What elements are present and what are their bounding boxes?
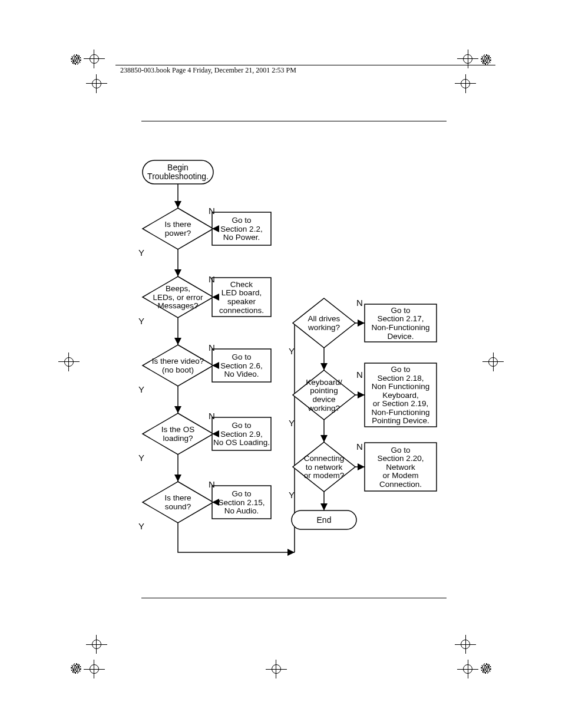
svg-text:N: N [356, 370, 363, 380]
svg-text:N: N [209, 206, 215, 216]
header-rule [115, 65, 495, 65]
crop-mark-icon [456, 51, 491, 86]
svg-text:Y: Y [138, 248, 144, 258]
svg-text:Connectingto networkor modem?: Connectingto networkor modem? [304, 454, 344, 480]
svg-text:Y: Y [289, 490, 295, 500]
header-text: 238850-003.book Page 4 Friday, December … [120, 66, 296, 75]
content-rule-bottom [141, 598, 447, 598]
svg-text:N: N [209, 479, 215, 489]
svg-text:N: N [209, 411, 215, 421]
svg-text:Is the OSloading?: Is the OSloading? [161, 425, 194, 443]
crop-mark-icon [71, 642, 106, 677]
crop-mark-icon [71, 51, 106, 86]
svg-text:All drivesworking?: All drivesworking? [308, 314, 340, 332]
crop-mark-icon [471, 354, 506, 389]
svg-text:Y: Y [289, 346, 295, 356]
svg-text:Y: Y [138, 316, 144, 326]
svg-text:Is therepower?: Is therepower? [164, 220, 191, 238]
svg-text:N: N [356, 442, 363, 452]
crop-mark-icon [456, 642, 491, 677]
svg-text:Is theresound?: Is theresound? [164, 493, 191, 511]
svg-text:Y: Y [289, 418, 295, 428]
svg-text:N: N [356, 298, 363, 308]
crop-mark-icon [263, 642, 299, 677]
svg-text:Keyboard/pointingdeviceworking: Keyboard/pointingdeviceworking? [306, 378, 342, 413]
svg-text:Y: Y [138, 453, 144, 463]
svg-text:N: N [209, 342, 215, 353]
svg-text:Y: Y [138, 521, 144, 531]
svg-text:Y: Y [138, 384, 144, 394]
content-rule-top [141, 121, 447, 121]
crop-mark-icon [56, 354, 91, 389]
svg-text:End: End [317, 515, 332, 525]
svg-text:N: N [209, 274, 215, 284]
flowchart: BeginTroubleshooting.Is therepower?Go to… [130, 159, 448, 572]
